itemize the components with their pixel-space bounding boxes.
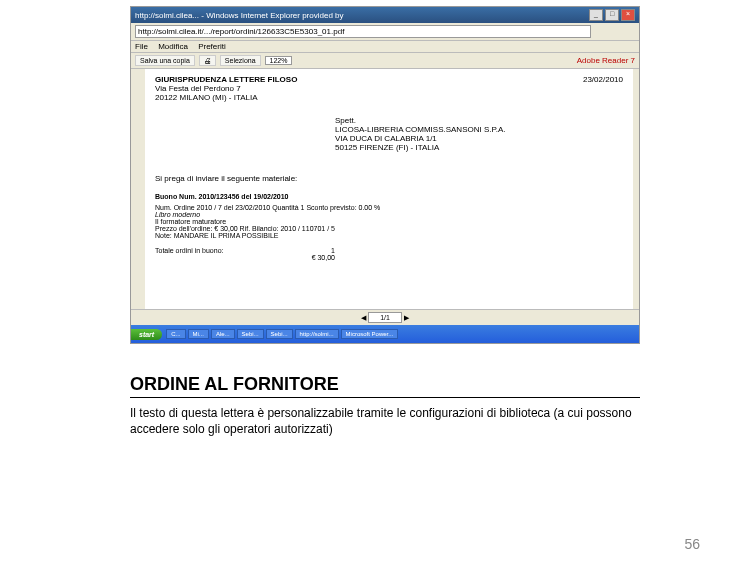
recipient-address-1: VIA DUCA DI CALABRIA 1/1 [335, 134, 623, 143]
letter-body: Si prega di inviare il seguente material… [155, 174, 623, 183]
task-item[interactable]: http://solmi... [295, 329, 339, 339]
recipient-address-2: 50125 FIRENZE (FI) - ITALIA [335, 143, 623, 152]
pdf-nav-bar: ◀ ▶ [131, 309, 639, 325]
totals-block: Totale ordini in buono: 1 € 30,00 [155, 247, 623, 261]
maximize-button[interactable]: □ [605, 9, 619, 21]
task-item[interactable]: Ale... [211, 329, 235, 339]
windows-taskbar: start C... Mi... Ale... Sebi... Sebi... … [131, 325, 639, 343]
order-section: Buono Num. 2010/123456 del 19/02/2010 Nu… [155, 193, 623, 239]
recipient-spett: Spett. [335, 116, 623, 125]
adobe-label: Adobe Reader 7 [577, 56, 635, 65]
select-button[interactable]: Seleziona [220, 55, 261, 66]
pdf-page-input[interactable] [368, 312, 402, 323]
task-item[interactable]: C... [166, 329, 185, 339]
save-copy-button[interactable]: Salva una copia [135, 55, 195, 66]
total-qty: 1 [285, 247, 335, 254]
zoom-level[interactable]: 122% [265, 56, 293, 65]
order-line-2: Libro moderno [155, 211, 623, 218]
slide-title: ORDINE AL FORNITORE [130, 374, 640, 398]
url-input[interactable] [135, 25, 591, 38]
slide-body: Il testo di questa lettera è personalizz… [130, 406, 640, 437]
total-label: Totale ordini in buono: [155, 247, 285, 254]
document-date: 23/02/2010 [583, 75, 623, 102]
task-item[interactable]: Sebi... [266, 329, 293, 339]
menu-file[interactable]: File [135, 42, 148, 51]
address-bar [131, 23, 639, 41]
browser-screenshot: http://solmi.cilea... - Windows Internet… [130, 6, 640, 344]
buono-line: Buono Num. 2010/123456 del 19/02/2010 [155, 193, 623, 200]
print-button[interactable]: 🖨 [199, 55, 216, 66]
pdf-next-button[interactable]: ▶ [404, 314, 409, 321]
window-title: http://solmi.cilea... - Windows Internet… [135, 11, 344, 20]
order-line-5: Note: MANDARE IL PRIMA POSSIBILE [155, 232, 623, 239]
close-button[interactable]: × [621, 9, 635, 21]
start-button[interactable]: start [131, 329, 162, 340]
task-item[interactable]: Mi... [188, 329, 209, 339]
order-line-4: Prezzo dell'ordine: € 30,00 Rif. Bilanci… [155, 225, 623, 232]
recipient-block: Spett. LICOSA-LIBRERIA COMMISS.SANSONI S… [335, 116, 623, 152]
sender-address-1: Via Festa del Perdono 7 [155, 84, 297, 93]
sender-address-2: 20122 MILANO (MI) - ITALIA [155, 93, 297, 102]
recipient-name: LICOSA-LIBRERIA COMMISS.SANSONI S.P.A. [335, 125, 623, 134]
minimize-button[interactable]: _ [589, 9, 603, 21]
slide-page-number: 56 [684, 536, 700, 552]
sender-name: GIURISPRUDENZA LETTERE FILOSO [155, 75, 297, 84]
pdf-toolbar: Salva una copia 🖨 Seleziona 122% Adobe R… [131, 53, 639, 69]
window-titlebar: http://solmi.cilea... - Windows Internet… [131, 7, 639, 23]
total-price: € 30,00 [285, 254, 335, 261]
window-controls: _ □ × [589, 9, 635, 21]
task-item[interactable]: Microsoft Power... [341, 329, 399, 339]
menu-bar: File Modifica Preferiti [131, 41, 639, 53]
order-line-3: Il formatore maturatore [155, 218, 623, 225]
slide-caption: ORDINE AL FORNITORE Il testo di questa l… [130, 374, 640, 437]
pdf-page: GIURISPRUDENZA LETTERE FILOSO Via Festa … [131, 69, 639, 309]
pdf-prev-button[interactable]: ◀ [361, 314, 366, 321]
menu-preferiti[interactable]: Preferiti [198, 42, 226, 51]
menu-modifica[interactable]: Modifica [158, 42, 188, 51]
task-item[interactable]: Sebi... [237, 329, 264, 339]
order-line-1: Num. Ordine 2010 / 7 del 23/02/2010 Quan… [155, 204, 623, 211]
